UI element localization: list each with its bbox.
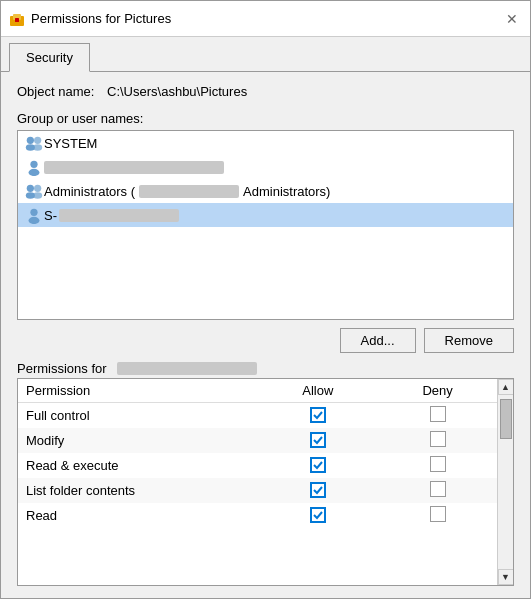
object-name-row: Object name: C:\Users\ashbu\Pictures [17,84,514,99]
add-button[interactable]: Add... [340,328,416,353]
permissions-table-content: Permission Allow Deny [18,379,497,585]
col-header-permission: Permission [18,379,258,403]
list-item[interactable]: SYSTEM [18,131,513,155]
remove-button[interactable]: Remove [424,328,514,353]
scrollbar: ▲ ▼ [497,379,513,585]
list-item[interactable] [18,155,513,179]
permission-name: Modify [18,428,258,453]
deny-checkbox[interactable] [430,481,446,497]
table-row: Read [18,503,497,528]
svg-point-8 [29,169,40,176]
deny-checkbox-cell [378,403,497,429]
scroll-up-arrow[interactable]: ▲ [498,379,514,395]
permissions-section: Permissions for Permission Allow [17,361,514,586]
permission-name: List folder contents [18,478,258,503]
tab-bar: Security [1,37,530,72]
svg-point-13 [30,209,37,216]
table-row: Modify [18,428,497,453]
buttons-row: Add... Remove [17,328,514,353]
col-header-allow: Allow [258,379,379,403]
table-row: Read & execute [18,453,497,478]
close-button[interactable]: ✕ [502,9,522,29]
deny-checkbox[interactable] [430,406,446,422]
svg-rect-2 [15,18,19,22]
tab-security-label: Security [26,50,73,65]
scroll-thumb-area [498,395,513,569]
deny-checkbox[interactable] [430,431,446,447]
permissions-for-label: Permissions for [17,361,117,376]
title-bar: Permissions for Pictures ✕ [1,1,530,37]
deny-checkbox-cell [378,478,497,503]
folder-lock-icon [9,11,25,27]
user-s-blurred [59,209,179,222]
scroll-thumb[interactable] [500,399,512,439]
allow-checkbox-cell [258,453,379,478]
permissions-table-wrapper: Permission Allow Deny [17,378,514,586]
user-admins-suffix: Administrators) [243,184,330,199]
permissions-table: Permission Allow Deny [18,379,497,528]
svg-point-6 [33,144,42,150]
permissions-for-name [117,362,257,375]
allow-checkbox[interactable] [310,482,326,498]
object-name-label: Object name: [17,84,107,99]
permission-name: Read [18,503,258,528]
allow-checkbox[interactable] [310,407,326,423]
users-list: SYSTEM Administrators ( [17,130,514,320]
list-item[interactable]: S- [18,203,513,227]
allow-checkbox-cell [258,503,379,528]
dialog-content: Object name: C:\Users\ashbu\Pictures Gro… [1,72,530,598]
permission-name: Full control [18,403,258,429]
users-section-label: Group or user names: [17,111,514,126]
list-item[interactable]: Administrators ( Administrators) [18,179,513,203]
permission-name: Read & execute [18,453,258,478]
allow-checkbox-cell [258,403,379,429]
svg-point-11 [34,185,41,192]
table-row: Full control [18,403,497,429]
col-header-deny: Deny [378,379,497,403]
group-icon [24,134,44,152]
group-icon [24,182,44,200]
user-name-s: S- [44,208,57,223]
user-admins-blurred [139,185,239,198]
allow-checkbox[interactable] [310,507,326,523]
allow-checkbox[interactable] [310,432,326,448]
user-name-blurred-1 [44,161,224,174]
deny-checkbox-cell [378,453,497,478]
object-name-value: C:\Users\ashbu\Pictures [107,84,247,99]
allow-checkbox-cell [258,478,379,503]
user-icon [24,206,44,224]
user-name-system: SYSTEM [44,136,97,151]
svg-point-5 [34,137,41,144]
svg-point-3 [27,137,34,144]
window-title: Permissions for Pictures [31,11,502,26]
svg-point-7 [30,161,37,168]
svg-point-12 [33,192,42,198]
deny-checkbox-cell [378,428,497,453]
permissions-header-row: Permissions for [17,361,514,376]
scroll-down-arrow[interactable]: ▼ [498,569,514,585]
user-icon [24,158,44,176]
deny-checkbox[interactable] [430,456,446,472]
deny-checkbox[interactable] [430,506,446,522]
allow-checkbox[interactable] [310,457,326,473]
tab-security[interactable]: Security [9,43,90,72]
user-name-admins: Administrators ( [44,184,135,199]
permissions-dialog: Permissions for Pictures ✕ Security Obje… [0,0,531,599]
table-row: List folder contents [18,478,497,503]
allow-checkbox-cell [258,428,379,453]
deny-checkbox-cell [378,503,497,528]
svg-point-14 [29,217,40,224]
svg-point-9 [27,185,34,192]
